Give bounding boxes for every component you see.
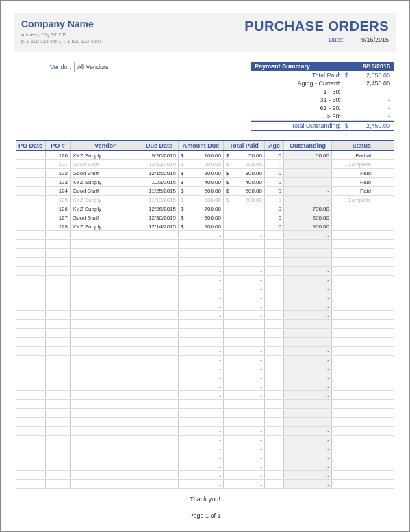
table-row: --- [16, 427, 394, 436]
cell-ponum [46, 329, 71, 337]
col-due: Due Date [140, 141, 179, 150]
summary-row-label: Aging - Current: [255, 80, 345, 87]
cell-vendor: Good Stuff [71, 160, 140, 168]
cell-paid: $300.00 [224, 169, 265, 177]
cell-status [332, 258, 373, 266]
cell-outstanding: - [284, 249, 332, 257]
cell-paid: - [224, 382, 265, 390]
cell-due [140, 480, 179, 488]
cell-outstanding: - [284, 258, 332, 266]
cell-age: 0 [265, 222, 284, 230]
cell-ponum [46, 338, 71, 346]
cell-amount: - [179, 267, 224, 275]
table-row: --- [16, 356, 394, 364]
cell-paid [224, 222, 265, 230]
cell-age [265, 364, 284, 373]
cell-due [140, 391, 179, 399]
cell-paid: - [224, 347, 265, 355]
cell-podate [16, 160, 46, 168]
summary-row-value: - [352, 96, 390, 103]
table-row: --- [16, 364, 394, 373]
cell-ponum [46, 382, 71, 390]
cell-podate [16, 293, 46, 302]
cell-vendor: XYZ Supply [71, 151, 140, 159]
table-row: --- [16, 462, 394, 471]
table-row: 122Good Stuff12/15/2015$300.00$300.000-P… [16, 169, 394, 178]
cell-due [140, 418, 179, 426]
cell-vendor [71, 276, 140, 284]
table-row: --- [16, 258, 394, 267]
summary-row: 61 - 90:- [251, 104, 394, 112]
cell-ponum: 120 [46, 151, 71, 159]
table-row: --- [16, 373, 394, 382]
cell-paid: - [224, 267, 265, 275]
cell-due [140, 240, 179, 248]
cell-podate [16, 444, 46, 453]
summary-row-dollar [345, 105, 352, 111]
cell-ponum [46, 418, 71, 426]
cell-age: 0 [265, 169, 284, 177]
cell-vendor [71, 444, 140, 453]
mid-section: Vendor: All Vendors Payment Summary 9/16… [16, 62, 394, 131]
cell-amount: - [179, 391, 224, 399]
cell-vendor [71, 258, 140, 266]
cell-age: 0 [265, 196, 284, 204]
cell-podate [16, 204, 46, 213]
company-address: Address, City ST ZIP [21, 31, 101, 38]
summary-total-label: Total Outstanding: [255, 122, 345, 129]
cell-status [332, 249, 373, 257]
cell-outstanding: - [284, 436, 332, 444]
cell-podate [16, 302, 46, 310]
page-title: PURCHASE ORDERS [244, 18, 389, 34]
cell-paid: - [224, 329, 265, 337]
cell-podate [16, 222, 46, 230]
cell-paid: - [224, 293, 265, 302]
cell-outstanding: - [284, 320, 332, 328]
cell-due [140, 427, 179, 435]
cell-due [140, 400, 179, 408]
cell-amount: - [179, 444, 224, 453]
cell-ponum [46, 267, 71, 275]
cell-paid: - [224, 436, 265, 444]
cell-ponum [46, 391, 71, 399]
cell-amount: - [179, 364, 224, 373]
cell-vendor [71, 347, 140, 355]
cell-outstanding: - [284, 400, 332, 408]
cell-outstanding: - [284, 338, 332, 346]
cell-podate [16, 329, 46, 337]
cell-age [265, 293, 284, 302]
page-number: Page 1 of 1 [16, 512, 394, 519]
cell-paid: - [224, 480, 265, 488]
cell-outstanding: - [284, 240, 332, 248]
col-amt: Amount Due [179, 141, 224, 150]
cell-vendor: XYZ Supply [71, 178, 140, 186]
vendor-input[interactable]: All Vendors [74, 62, 142, 72]
cell-outstanding: - [284, 267, 332, 275]
cell-ponum [46, 311, 71, 319]
cell-podate [16, 364, 46, 373]
cell-age [265, 258, 284, 266]
cell-due [140, 302, 179, 310]
cell-vendor: XYZ Supply [71, 222, 140, 230]
cell-vendor [71, 293, 140, 302]
table-row: --- [16, 436, 394, 444]
cell-age: 0 [265, 178, 284, 186]
col-ponum: PO # [46, 141, 71, 150]
cell-ponum [46, 364, 71, 373]
cell-age [265, 276, 284, 284]
cell-vendor [71, 418, 140, 426]
cell-age: 0 [265, 151, 284, 159]
cell-amount: - [179, 249, 224, 257]
summary-row-label: > 90: [255, 113, 345, 120]
cell-amount: - [179, 373, 224, 382]
cell-age [265, 409, 284, 417]
cell-podate [16, 356, 46, 364]
footer-thanks: Thank you! [16, 496, 394, 503]
cell-paid: - [224, 284, 265, 293]
summary-row: 1 - 30:- [251, 88, 394, 96]
cell-podate [16, 471, 46, 479]
cell-podate [16, 338, 46, 346]
date-line: Date: 9/16/2015 [244, 36, 389, 43]
cell-status [332, 204, 373, 213]
cell-ponum: 122 [46, 169, 71, 177]
